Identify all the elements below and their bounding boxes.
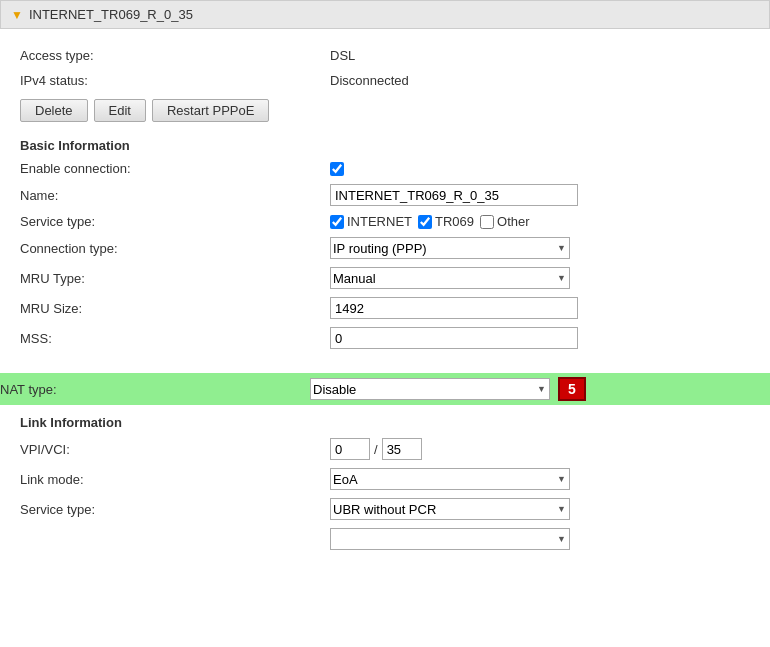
enable-connection-row: Enable connection: bbox=[20, 157, 750, 180]
access-type-label: Access type: bbox=[20, 48, 330, 63]
internet-label: INTERNET bbox=[347, 214, 412, 229]
vpi-vci-label: VPI/VCI: bbox=[20, 442, 330, 457]
restart-pppoe-button[interactable]: Restart PPPoE bbox=[152, 99, 269, 122]
ipv4-status-value: Disconnected bbox=[330, 73, 409, 88]
link-service-type-select[interactable]: UBR without PCR bbox=[330, 498, 570, 520]
connection-type-wrapper: IP routing (PPP) bbox=[330, 237, 570, 259]
page-container: ▼ INTERNET_TR069_R_0_35 Access type: DSL… bbox=[0, 0, 770, 647]
link-mode-row: Link mode: EoA bbox=[20, 464, 750, 494]
vpi-vci-row: VPI/VCI: / bbox=[20, 434, 750, 464]
extra-wrapper bbox=[330, 528, 570, 550]
service-type-row: Service type: INTERNET TR069 Other bbox=[20, 210, 750, 233]
vci-input[interactable] bbox=[382, 438, 422, 460]
extra-row bbox=[20, 524, 750, 554]
edit-button[interactable]: Edit bbox=[94, 99, 146, 122]
mru-size-label: MRU Size: bbox=[20, 301, 330, 316]
other-checkbox[interactable] bbox=[480, 215, 494, 229]
nat-type-row: NAT type: Disable 5 bbox=[0, 373, 770, 405]
mru-type-select[interactable]: Manual bbox=[330, 267, 570, 289]
mru-type-wrapper: Manual bbox=[330, 267, 570, 289]
link-mode-select[interactable]: EoA bbox=[330, 468, 570, 490]
mss-row: MSS: bbox=[20, 323, 750, 353]
collapse-arrow-icon[interactable]: ▼ bbox=[11, 8, 23, 22]
nat-type-wrapper: Disable bbox=[310, 378, 550, 400]
other-label: Other bbox=[497, 214, 530, 229]
mru-size-row: MRU Size: bbox=[20, 293, 750, 323]
vpi-vci-separator: / bbox=[374, 442, 378, 457]
extra-select[interactable] bbox=[330, 528, 570, 550]
tr069-checkbox-label[interactable]: TR069 bbox=[418, 214, 474, 229]
action-buttons: Delete Edit Restart PPPoE bbox=[20, 93, 750, 132]
ipv4-status-row: IPv4 status: Disconnected bbox=[20, 68, 750, 93]
tr069-checkbox[interactable] bbox=[418, 215, 432, 229]
nat-type-label: NAT type: bbox=[0, 382, 310, 397]
enable-connection-checkbox[interactable] bbox=[330, 162, 344, 176]
mru-type-label: MRU Type: bbox=[20, 271, 330, 286]
service-type-options: INTERNET TR069 Other bbox=[330, 214, 530, 229]
content-area: Access type: DSL IPv4 status: Disconnect… bbox=[0, 39, 770, 373]
connection-type-select[interactable]: IP routing (PPP) bbox=[330, 237, 570, 259]
ipv4-status-label: IPv4 status: bbox=[20, 73, 330, 88]
mss-label: MSS: bbox=[20, 331, 330, 346]
tr069-label: TR069 bbox=[435, 214, 474, 229]
mru-size-input[interactable] bbox=[330, 297, 578, 319]
internet-checkbox-label[interactable]: INTERNET bbox=[330, 214, 412, 229]
access-type-value: DSL bbox=[330, 48, 355, 63]
link-info-content: Link Information VPI/VCI: / Link mode: E… bbox=[0, 405, 770, 574]
nat-badge: 5 bbox=[558, 377, 586, 401]
connection-type-label: Connection type: bbox=[20, 241, 330, 256]
basic-info-heading: Basic Information bbox=[20, 132, 750, 157]
link-service-type-label: Service type: bbox=[20, 502, 330, 517]
link-service-type-row: Service type: UBR without PCR bbox=[20, 494, 750, 524]
mru-type-row: MRU Type: Manual bbox=[20, 263, 750, 293]
service-type-label: Service type: bbox=[20, 214, 330, 229]
internet-checkbox[interactable] bbox=[330, 215, 344, 229]
link-info-heading: Link Information bbox=[20, 409, 750, 434]
mss-input[interactable] bbox=[330, 327, 578, 349]
enable-connection-label: Enable connection: bbox=[20, 161, 330, 176]
delete-button[interactable]: Delete bbox=[20, 99, 88, 122]
link-service-type-wrapper: UBR without PCR bbox=[330, 498, 570, 520]
other-checkbox-label[interactable]: Other bbox=[480, 214, 530, 229]
link-mode-label: Link mode: bbox=[20, 472, 330, 487]
section-header: ▼ INTERNET_TR069_R_0_35 bbox=[0, 0, 770, 29]
link-mode-wrapper: EoA bbox=[330, 468, 570, 490]
vpi-vci-inputs: / bbox=[330, 438, 422, 460]
access-type-row: Access type: DSL bbox=[20, 43, 750, 68]
name-label: Name: bbox=[20, 188, 330, 203]
name-input[interactable] bbox=[330, 184, 578, 206]
name-row: Name: bbox=[20, 180, 750, 210]
section-title: INTERNET_TR069_R_0_35 bbox=[29, 7, 193, 22]
connection-type-row: Connection type: IP routing (PPP) bbox=[20, 233, 750, 263]
vpi-input[interactable] bbox=[330, 438, 370, 460]
nat-type-select[interactable]: Disable bbox=[310, 378, 550, 400]
